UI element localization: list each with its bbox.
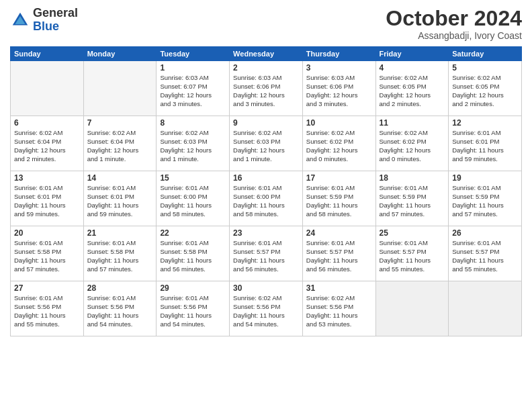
calendar-cell: 26Sunrise: 6:01 AMSunset: 5:57 PMDayligh… [449,226,522,281]
cell-info-line: and 0 minutes. [306,155,372,164]
cell-info-line: and 2 minutes. [452,100,518,109]
calendar-cell: 29Sunrise: 6:01 AMSunset: 5:56 PMDayligh… [157,281,230,336]
calendar-cell [375,281,449,336]
calendar-cell: 7Sunrise: 6:02 AMSunset: 6:04 PMDaylight… [83,116,157,171]
day-number: 12 [452,118,518,128]
cell-info-line: Sunrise: 6:01 AM [87,184,153,193]
day-number: 29 [160,283,226,293]
cell-info-line: Sunset: 5:56 PM [160,303,226,312]
cell-info-line: Daylight: 11 hours [87,257,153,265]
cell-info-line: Sunrise: 6:02 AM [160,129,226,138]
cell-info-line: Daylight: 11 hours [160,201,226,210]
calendar-cell: 4Sunrise: 6:02 AMSunset: 6:05 PMDaylight… [375,61,449,116]
day-number: 5 [452,63,518,73]
day-number: 23 [233,228,299,238]
cell-info-line: Sunset: 6:02 PM [380,138,445,146]
calendar-cell: 17Sunrise: 6:01 AMSunset: 5:59 PMDayligh… [302,171,375,226]
cell-info-line: Sunset: 5:58 PM [87,248,153,257]
cell-info-line: Sunset: 6:04 PM [87,138,153,146]
cell-info-line: Sunrise: 6:01 AM [233,184,299,193]
calendar-cell: 5Sunrise: 6:02 AMSunset: 6:05 PMDaylight… [449,61,522,116]
day-number: 31 [306,283,372,293]
cell-info-line: Daylight: 11 hours [306,201,372,210]
cell-info-line: and 3 minutes. [306,100,372,109]
cell-info-line: Sunset: 6:00 PM [160,193,226,201]
calendar-cell: 15Sunrise: 6:01 AMSunset: 6:00 PMDayligh… [157,171,230,226]
cell-info-line: Daylight: 11 hours [160,257,226,265]
cell-info-line: Sunset: 6:06 PM [306,83,372,91]
cell-info-line: Sunset: 6:05 PM [452,83,518,91]
cell-info-line: Daylight: 11 hours [233,312,299,320]
cell-info-line: Sunset: 5:56 PM [306,303,372,312]
cell-info-line: Sunrise: 6:03 AM [160,74,226,83]
day-number: 11 [380,118,445,128]
month-title: October 2024 [386,7,522,30]
calendar-cell: 1Sunrise: 6:03 AMSunset: 6:07 PMDaylight… [157,61,230,116]
cell-info-line: Sunset: 5:59 PM [452,193,518,201]
col-saturday: Saturday [449,47,522,61]
cell-info-line: Sunset: 6:06 PM [233,83,299,91]
logo-icon [10,10,30,30]
cell-info-line: Sunrise: 6:01 AM [452,184,518,193]
calendar-cell: 30Sunrise: 6:02 AMSunset: 5:56 PMDayligh… [230,281,303,336]
cell-info-line: Daylight: 11 hours [14,201,80,210]
cell-info-line: Sunset: 6:03 PM [233,138,299,146]
cell-info-line: Daylight: 11 hours [380,257,445,265]
day-number: 20 [14,228,80,238]
cell-info-line: and 58 minutes. [306,210,372,219]
calendar-cell: 13Sunrise: 6:01 AMSunset: 6:01 PMDayligh… [11,171,84,226]
cell-info-line: Sunrise: 6:03 AM [306,74,372,83]
day-number: 10 [306,118,372,128]
cell-info-line: Sunset: 5:58 PM [14,248,80,257]
cell-info-line: and 56 minutes. [233,265,299,274]
day-number: 22 [160,228,226,238]
cell-info-line: Sunrise: 6:02 AM [380,129,445,138]
cell-info-line: Sunset: 5:59 PM [380,193,445,201]
cell-info-line: Sunset: 5:57 PM [380,248,445,257]
cell-info-line: Daylight: 11 hours [380,201,445,210]
cell-info-line: and 2 minutes. [380,100,445,109]
cell-info-line: and 59 minutes. [452,155,518,164]
day-number: 26 [452,228,518,238]
cell-info-line: Sunset: 5:57 PM [306,248,372,257]
cell-info-line: Daylight: 11 hours [306,312,372,320]
cell-info-line: Daylight: 12 hours [160,146,226,155]
day-number: 2 [233,63,299,73]
day-number: 19 [452,173,518,183]
cell-info-line: Daylight: 11 hours [14,257,80,265]
logo: General Blue [10,7,78,34]
cell-info-line: and 0 minutes. [380,155,445,164]
col-wednesday: Wednesday [230,47,303,61]
calendar-cell [83,61,157,116]
header-row: Sunday Monday Tuesday Wednesday Thursday… [11,47,522,61]
cell-info-line: Sunrise: 6:01 AM [233,239,299,248]
calendar-cell: 31Sunrise: 6:02 AMSunset: 5:56 PMDayligh… [302,281,375,336]
calendar-cell: 8Sunrise: 6:02 AMSunset: 6:03 PMDaylight… [157,116,230,171]
cell-info-line: Daylight: 12 hours [306,146,372,155]
cell-info-line: Sunset: 6:03 PM [160,138,226,146]
cell-info-line: Daylight: 12 hours [160,91,226,100]
day-number: 8 [160,118,226,128]
cell-info-line: Sunrise: 6:03 AM [233,74,299,83]
cell-info-line: Daylight: 11 hours [233,257,299,265]
cell-info-line: Sunset: 6:01 PM [452,138,518,146]
calendar-cell: 14Sunrise: 6:01 AMSunset: 6:01 PMDayligh… [83,171,157,226]
location: Assangbadji, Ivory Coast [386,30,522,41]
day-number: 16 [233,173,299,183]
cell-info-line: and 1 minute. [233,155,299,164]
day-number: 18 [380,173,445,183]
cell-info-line: Sunrise: 6:01 AM [380,239,445,248]
cell-info-line: Sunset: 5:58 PM [160,248,226,257]
cell-info-line: Sunset: 6:01 PM [87,193,153,201]
logo-blue: Blue [33,19,59,33]
cell-info-line: Sunset: 6:04 PM [14,138,80,146]
cell-info-line: and 56 minutes. [160,265,226,274]
header: General Blue October 2024 Assangbadji, I… [10,7,522,41]
col-sunday: Sunday [11,47,84,61]
cell-info-line: and 56 minutes. [306,265,372,274]
cell-info-line: and 1 minute. [87,155,153,164]
calendar-cell: 9Sunrise: 6:02 AMSunset: 6:03 PMDaylight… [230,116,303,171]
cell-info-line: and 59 minutes. [87,210,153,219]
calendar-cell: 25Sunrise: 6:01 AMSunset: 5:57 PMDayligh… [375,226,449,281]
day-number: 25 [380,228,445,238]
